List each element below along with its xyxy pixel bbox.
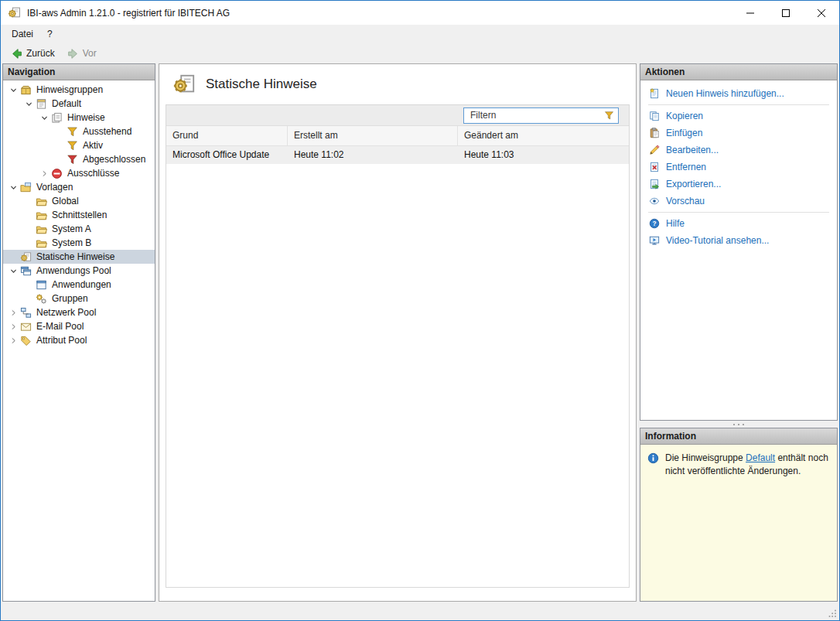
information-panel: Information Die Hinweisgruppe Default en… (640, 428, 838, 602)
chevron-down-icon[interactable] (6, 183, 20, 192)
forward-button[interactable]: Vor (61, 46, 103, 61)
groups-icon (36, 293, 47, 305)
tree-item-label: Gruppen (52, 293, 88, 304)
help-icon (649, 218, 660, 229)
folder-icon (36, 196, 47, 207)
tree-item-label: Ausschlüsse (67, 168, 119, 179)
tree-item-abgeschlossen[interactable]: Abgeschlossen (3, 152, 155, 166)
filter-button[interactable] (599, 108, 618, 123)
chevron-right-icon[interactable] (6, 336, 20, 345)
preview-icon (649, 196, 660, 206)
chevron-right-icon[interactable] (37, 169, 51, 178)
table-empty-area (166, 164, 629, 587)
tree-item-system-a[interactable]: System A (3, 222, 155, 236)
chevron-down-icon[interactable] (6, 86, 20, 94)
information-body: Die Hinweisgruppe Default enthält noch n… (640, 445, 837, 601)
column-header-grund[interactable]: Grund (166, 126, 288, 145)
menu-help[interactable]: ? (40, 26, 60, 43)
column-header-geaendert-am[interactable]: Geändert am (458, 126, 629, 145)
tree-item-system-b[interactable]: System B (3, 236, 155, 250)
column-header-erstellt-am[interactable]: Erstellt am (288, 126, 458, 145)
forward-button-label: Vor (83, 48, 97, 59)
tree-item-hinweise[interactable]: Hinweise (3, 111, 155, 125)
tree-item-attribut-pool[interactable]: Attribut Pool (3, 333, 155, 347)
action-label: Kopieren (666, 111, 703, 121)
action-video-tutorial[interactable]: Video-Tutorial ansehen... (640, 232, 837, 249)
hints-icon (51, 112, 63, 124)
funnel-yellow-icon (67, 126, 78, 138)
maximize-icon (782, 9, 790, 17)
action-help[interactable]: Hilfe (640, 215, 837, 232)
information-header: Information (640, 428, 837, 445)
tree-item-label: Hinweisgruppen (36, 84, 103, 95)
tree-item-hinweisgruppen[interactable]: Hinweisgruppen (3, 83, 155, 97)
main-panel: Statische Hinweise Grund Erstellt am Geä… (159, 63, 637, 602)
cell-geaendert-am: Heute 11:03 (458, 146, 629, 164)
action-copy[interactable]: Kopieren (640, 107, 837, 125)
folder-icon (36, 210, 47, 221)
action-remove[interactable]: Entfernen (640, 159, 837, 176)
add-note-icon (649, 88, 660, 99)
tree-item-label: Global (52, 196, 79, 206)
edit-icon (649, 145, 660, 155)
tree-item-ausschluesse[interactable]: Ausschlüsse (3, 166, 155, 180)
tree-item-label: Netzwerk Pool (36, 307, 96, 318)
action-label: Video-Tutorial ansehen... (666, 235, 769, 246)
close-button[interactable] (804, 1, 839, 25)
resize-grip[interactable] (828, 609, 837, 618)
minimize-button[interactable] (732, 1, 768, 25)
menu-datei[interactable]: Datei (5, 26, 40, 43)
info-text-before: Die Hinweisgruppe (665, 452, 746, 463)
tree-item-label: Attribut Pool (36, 335, 87, 346)
tree-item-schnittstellen[interactable]: Schnittstellen (3, 208, 155, 222)
chevron-down-icon[interactable] (37, 114, 51, 122)
maximize-button[interactable] (768, 1, 804, 25)
tree-item-global[interactable]: Global (3, 194, 155, 208)
tree-item-anwendungen[interactable]: Anwendungen (3, 278, 155, 292)
chevron-down-icon[interactable] (22, 100, 36, 108)
navigation-panel: Navigation Hinweisgruppen Default Hinwei… (2, 63, 155, 602)
right-column: Aktionen Neuen Hinweis hinzufügen... Kop… (640, 63, 838, 602)
action-edit[interactable]: Bearbeiten... (640, 142, 837, 159)
tree-item-aktiv[interactable]: Aktiv (3, 138, 155, 152)
chevron-down-icon[interactable] (6, 267, 20, 275)
tree-item-default[interactable]: Default (3, 97, 155, 111)
tree-item-label: Anwendungs Pool (36, 265, 111, 276)
info-icon (647, 452, 659, 464)
panel-splitter[interactable] (640, 421, 838, 428)
titlebar: IBI-aws Admin 1.21.0 - registriert für I… (1, 1, 839, 25)
network-pool-icon (20, 307, 32, 319)
table-row[interactable]: Microsoft Office Update Heute 11:02 Heut… (166, 146, 629, 164)
tree-item-statische-hinweise[interactable]: Statische Hinweise (3, 250, 155, 264)
actions-header: Aktionen (640, 64, 837, 80)
app-window: IBI-aws Admin 1.21.0 - registriert für I… (0, 0, 840, 621)
tree-item-anwendungs-pool[interactable]: Anwendungs Pool (3, 264, 155, 278)
funnel-red-icon (67, 154, 78, 165)
action-export[interactable]: Exportieren... (640, 176, 837, 193)
action-label: Einfügen (666, 128, 702, 138)
actions-panel: Aktionen Neuen Hinweis hinzufügen... Kop… (640, 63, 838, 421)
tree-item-vorlagen[interactable]: Vorlagen (3, 180, 155, 194)
tree-item-label: Default (52, 98, 81, 109)
default-group-link[interactable]: Default (746, 452, 775, 463)
action-preview[interactable]: Vorschau (640, 193, 837, 210)
tree-item-ausstehend[interactable]: Ausstehend (3, 125, 155, 138)
static-hints-icon (20, 251, 32, 263)
action-label: Neuen Hinweis hinzufügen... (666, 88, 784, 99)
action-label: Entfernen (666, 162, 706, 172)
chevron-right-icon[interactable] (6, 322, 20, 331)
status-strip (1, 602, 839, 620)
action-paste[interactable]: Einfügen (640, 125, 837, 142)
tree-item-gruppen[interactable]: Gruppen (3, 292, 155, 305)
back-button[interactable]: Zurück (5, 46, 61, 61)
close-icon (818, 9, 825, 17)
toolbar: Zurück Vor (1, 43, 839, 63)
action-add-hint[interactable]: Neuen Hinweis hinzufügen... (640, 85, 837, 102)
chevron-right-icon[interactable] (6, 309, 20, 317)
navigation-tree: Hinweisgruppen Default Hinweise Ausstehe… (3, 80, 155, 601)
menubar: Datei ? (1, 25, 839, 43)
filter-input[interactable] (464, 110, 599, 121)
tree-item-netzwerk-pool[interactable]: Netzwerk Pool (3, 305, 155, 319)
tree-item-label: System A (52, 223, 91, 234)
tree-item-email-pool[interactable]: E-Mail Pool (3, 319, 155, 333)
